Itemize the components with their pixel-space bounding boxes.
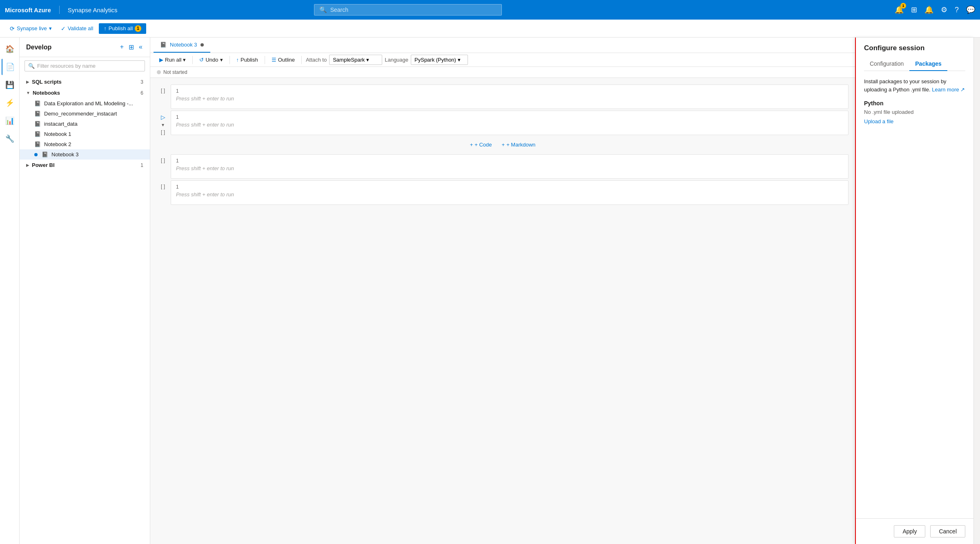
cell-4-bracket: [ ] [161,184,165,189]
attach-to-dropdown[interactable]: SampleSpark ▾ [329,55,382,65]
cell-3-gutter: [ ] [157,154,169,163]
topbar-divider [59,6,60,14]
cell-3-wrapper: [ ] 1 Press shift + enter to run [157,154,849,179]
notebook-item-1[interactable]: 📓 Data Exploration and ML Modeling -... [20,98,150,109]
filter-icon[interactable]: ⊞ [128,42,135,52]
notebook-name-1: Data Exploration and ML Modeling -... [44,100,133,107]
sidebar-develop-icon[interactable]: 📄 [2,59,18,75]
attach-to-value: SampleSpark [333,57,365,63]
publish-up-icon: ↑ [104,25,107,31]
synapse-live-item[interactable]: ⟳ Synapse live ▾ [7,24,55,33]
sidebar-monitor-icon[interactable]: 📊 [2,113,18,129]
config-tab-packages[interactable]: Packages [909,57,947,71]
sidebar-data-icon[interactable]: 💾 [2,77,18,93]
notebook-icon-5: 📓 [34,141,41,147]
cell-3-number: 1 [176,158,843,164]
scrollbar[interactable] [973,38,980,544]
filter-search-icon: 🔍 [28,63,35,69]
sidebar-home-icon[interactable]: 🏠 [2,41,18,57]
add-resource-button[interactable]: + [119,42,125,52]
search-icon: 🔍 [319,6,327,13]
no-yml-text: No .yml file uploaded [864,109,965,115]
outline-button[interactable]: ☰ Outline [267,55,299,65]
cell-2-gutter: ▷ ▾ [ ] [157,111,169,135]
upload-file-link[interactable]: Upload a file [864,118,893,124]
cell-2-run-button[interactable]: ▷ [161,114,165,120]
notebook-item-5[interactable]: 📓 Notebook 2 [20,139,150,149]
config-description: Install packages to your session by uplo… [864,78,965,93]
feedback-icon[interactable]: 💬 [966,5,975,14]
cancel-button[interactable]: Cancel [930,525,965,537]
notebook-item-6[interactable]: 📓 Notebook 3 [20,149,150,160]
validate-icon: ✓ [61,25,66,32]
powerbi-group-header[interactable]: ▶ Power BI 1 [20,160,150,171]
publish-button[interactable]: ↑ Publish [232,55,262,65]
synapse-live-icon: ⟳ [10,25,15,32]
search-bar[interactable]: 🔍 [314,4,502,16]
synapse-live-label: Synapse live [17,25,47,31]
publish-all-button[interactable]: ↑ Publish all 1 [99,23,146,34]
validate-all-item[interactable]: ✓ Validate all [58,24,97,33]
notebook-name-6: Notebook 3 [51,151,79,158]
notebook-item-3[interactable]: 📓 instacart_data [20,119,150,129]
brand-microsoft: Microsoft Azure [5,7,51,13]
alert-icon[interactable]: 🔔 [924,5,933,14]
sidebar-integrate-icon[interactable]: ⚡ [2,95,18,111]
config-content: Install packages to your session by uplo… [856,71,973,518]
add-markdown-label: + Markdown [506,142,535,148]
language-label: Language [383,57,410,63]
filter-search-box[interactable]: 🔍 [24,60,145,71]
notebook-icon-1: 📓 [34,100,41,107]
sidebar-icons: 🏠 📄 💾 ⚡ 📊 🔧 [0,38,20,544]
notifications-icon[interactable]: 🔔 1 [895,5,904,14]
cell-3-placeholder: Press shift + enter to run [176,165,843,171]
publish-all-label: Publish all [109,25,133,31]
notebooks-group-header[interactable]: ▼ Notebooks 6 [20,87,150,98]
cell-2-collapse-button[interactable]: ▾ [162,122,164,128]
undo-label: Undo [205,57,218,63]
develop-actions: + ⊞ « [119,42,143,52]
notebook-3-tab[interactable]: 📓 Notebook 3 [154,38,210,53]
cells-container: [ ] 1 Press shift + enter to run ▷ ▾ [ ]… [150,78,855,544]
notebooks-count: 6 [140,90,143,96]
help-icon[interactable]: ? [955,6,959,14]
brand: Microsoft Azure Synapse Analytics [5,6,118,14]
publish-label: Publish [241,57,258,63]
cell-1-number: 1 [176,88,843,94]
settings-icon[interactable]: ⚙ [941,5,947,14]
language-dropdown[interactable]: PySpark (Python) ▾ [411,55,468,65]
run-all-button[interactable]: ▶ Run all ▾ [155,55,190,65]
notebook-item-4[interactable]: 📓 Notebook 1 [20,129,150,139]
attach-to-label: Attach to [304,57,328,63]
config-tab-configuration[interactable]: Configuration [864,57,909,71]
search-input[interactable] [330,7,497,13]
cell-4-box[interactable]: 1 Press shift + enter to run [171,180,849,205]
brand-app: Synapse Analytics [68,7,118,13]
add-code-label: + Code [474,142,492,148]
cell-3-box[interactable]: 1 Press shift + enter to run [171,154,849,179]
sql-scripts-group-header[interactable]: ▶ SQL scripts 3 [20,76,150,87]
run-all-chevron: ▾ [183,57,186,63]
apply-button[interactable]: Apply [894,525,925,537]
cell-1-placeholder: Press shift + enter to run [176,95,843,102]
apps-icon[interactable]: ⊞ [911,5,917,14]
config-tab-packages-label: Packages [915,60,942,67]
cell-2-placeholder: Press shift + enter to run [176,122,843,128]
filter-search-input[interactable] [37,63,141,69]
notebook-icon-4: 📓 [34,131,41,137]
add-code-button[interactable]: + + Code [467,140,495,149]
configure-session-panel: Configure session Configuration Packages… [855,38,973,544]
cell-1-box[interactable]: 1 Press shift + enter to run [171,84,849,109]
toolbar-sep-2 [229,56,230,64]
add-markdown-button[interactable]: + + Markdown [499,140,539,149]
cell-2-box[interactable]: 1 Press shift + enter to run [171,111,849,135]
notebook-area: 📓 Notebook 3 ▶ Run all ▾ ↺ Undo ▾ ↑ Publ… [150,38,855,544]
collapse-panel-icon[interactable]: « [138,42,143,52]
undo-button[interactable]: ↺ Undo ▾ [195,55,227,65]
notebook-item-2[interactable]: 📓 Demo_recommender_instacart [20,109,150,119]
sidebar-manage-icon[interactable]: 🔧 [2,131,18,147]
sql-scripts-name: SQL scripts [32,79,62,85]
notebooks-name: Notebooks [33,90,60,96]
status-dot [157,70,161,74]
learn-more-link[interactable]: Learn more ↗ [932,87,965,93]
